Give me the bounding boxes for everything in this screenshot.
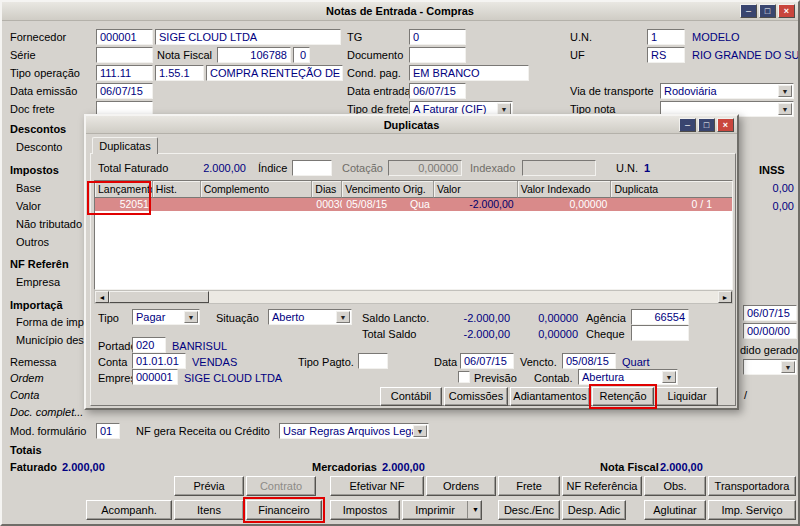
close-button[interactable]: ×: [778, 4, 795, 18]
nao-tributado-label: Não tributado: [16, 216, 82, 232]
nf-gera-combo[interactable]: Usar Regras Arquivos Legais ▼: [279, 423, 429, 439]
previa-button[interactable]: Prévia: [174, 476, 244, 496]
serie-field[interactable]: [96, 47, 153, 63]
agencia-field[interactable]: 66554: [631, 309, 689, 325]
portador-code-field[interactable]: 020: [132, 337, 166, 353]
itens-button[interactable]: Itens: [174, 500, 244, 520]
transportadora-button[interactable]: Transportadora: [708, 476, 796, 496]
dialog-title: Duplicatas: [384, 119, 440, 131]
scroll-left-arrow-icon[interactable]: ◄: [95, 291, 109, 303]
chevron-down-icon[interactable]: ▼: [781, 361, 795, 373]
tipo-operacao-code1-field[interactable]: 111.11: [96, 65, 153, 81]
totais-label: Totais: [10, 442, 42, 458]
tab-duplicatas[interactable]: Duplicatas: [92, 137, 158, 154]
imprimir-dropdown-arrow-icon[interactable]: ▼: [467, 501, 479, 519]
header-lancamento[interactable]: Lançamento: [95, 181, 153, 198]
right-combo[interactable]: ▼: [743, 359, 797, 375]
data-field[interactable]: 06/07/15: [460, 353, 514, 369]
mod-formulario-field[interactable]: 01: [96, 423, 120, 439]
contab-combo[interactable]: Abertura ▼: [578, 369, 678, 385]
financeiro-button[interactable]: Financeiro: [246, 500, 322, 520]
chevron-down-icon[interactable]: ▼: [184, 311, 198, 323]
imp-servico-button[interactable]: Imp. Serviço: [708, 500, 796, 520]
main-window-title: Notas de Entrada - Compras: [326, 5, 474, 17]
fornecedor-code-field[interactable]: 000001: [96, 29, 153, 45]
header-valor[interactable]: Valor: [434, 181, 518, 198]
table-row-selected[interactable]: 52051 00030 05/08/15 Qua -2.000,00 0,000…: [95, 198, 732, 211]
impostos-button[interactable]: Impostos: [330, 500, 400, 520]
acompanh-button[interactable]: Acompanh.: [86, 500, 172, 520]
tipo-operacao-desc-field[interactable]: COMPRA RENTEÇÃO DE PIS + COFI: [206, 65, 343, 81]
dialog-close-button[interactable]: ×: [717, 118, 734, 132]
chevron-down-icon[interactable]: ▼: [413, 425, 427, 437]
cheque-field[interactable]: [631, 325, 689, 341]
documento-field[interactable]: [409, 47, 466, 63]
header-vencimento-orig[interactable]: Vencimento Orig.: [342, 181, 434, 198]
dialog-maximize-button[interactable]: □: [698, 118, 715, 132]
header-complemento[interactable]: Complemento: [201, 181, 313, 198]
cell-complemento: [201, 198, 313, 211]
tipo-operacao-code2-field[interactable]: 1.55.1: [155, 65, 204, 81]
chevron-down-icon[interactable]: ▼: [778, 103, 792, 115]
header-hist[interactable]: Hist.: [153, 181, 201, 198]
fornecedor-name-field[interactable]: SIGE CLOUD LTDA: [155, 29, 341, 45]
dialog-titlebar[interactable]: Duplicatas: [86, 116, 737, 134]
imprimir-button[interactable]: Imprimir ▼: [402, 500, 482, 520]
aglutinar-button[interactable]: Aglutinar: [644, 500, 706, 520]
scroll-right-arrow-icon[interactable]: ►: [718, 291, 732, 303]
previsao-checkbox[interactable]: [458, 371, 470, 383]
indice-field[interactable]: [292, 160, 332, 176]
right-date-field-1[interactable]: 06/07/15: [743, 305, 797, 321]
uf-field[interactable]: RS: [647, 47, 685, 63]
nf-referencia-button[interactable]: NF Referência: [562, 476, 642, 496]
header-dias[interactable]: Dias: [312, 181, 342, 198]
via-transporte-combo[interactable]: Rodoviária ▼: [660, 83, 794, 99]
chevron-down-icon[interactable]: ▼: [336, 311, 350, 323]
frete-button[interactable]: Frete: [498, 476, 560, 496]
cond-pag-field[interactable]: EM BRANCO: [409, 65, 529, 81]
obs-button[interactable]: Obs.: [644, 476, 706, 496]
chevron-down-icon[interactable]: ▼: [662, 371, 676, 383]
adiantamentos-button[interactable]: Adiantamentos: [510, 387, 590, 406]
vencto-field[interactable]: 05/08/15: [562, 353, 616, 369]
data-entrada-field[interactable]: 06/07/15: [409, 83, 466, 99]
municipio-label: Município des: [16, 332, 84, 348]
tg-field[interactable]: 0: [409, 29, 466, 45]
fornecedor-label: Fornecedor: [10, 29, 66, 45]
cotacao-field: 0,00000: [388, 160, 462, 176]
desp-adic-button[interactable]: Desp. Adic: [562, 500, 626, 520]
header-duplicata[interactable]: Duplicata: [611, 181, 732, 198]
un-field[interactable]: 1: [647, 29, 685, 45]
situacao-value: Aberto: [272, 311, 304, 323]
dialog-minimize-button[interactable]: –: [679, 118, 696, 132]
efetivar-nf-button[interactable]: Efetivar NF: [330, 476, 424, 496]
tipo-combo[interactable]: Pagar ▼: [132, 309, 200, 325]
conta-code-field[interactable]: 01.01.01: [132, 353, 186, 369]
table-empty-row: [95, 224, 732, 237]
contabil-button[interactable]: Contábil: [380, 387, 442, 406]
comissoes-button[interactable]: Comissões: [444, 387, 508, 406]
empresa-code-field[interactable]: 000001: [132, 369, 178, 385]
outros-label: Outros: [16, 234, 49, 250]
nota-fiscal-extra-field[interactable]: 0: [293, 47, 310, 63]
main-titlebar[interactable]: Notas de Entrada - Compras: [2, 2, 798, 21]
ordens-button[interactable]: Ordens: [426, 476, 496, 496]
right-date-field-2[interactable]: 00/00/00: [743, 323, 797, 339]
chevron-down-icon[interactable]: ▼: [778, 85, 792, 97]
maximize-button[interactable]: □: [759, 4, 776, 18]
desc-enc-button[interactable]: Desc./Enc: [498, 500, 560, 520]
scrollbar-thumb[interactable]: [109, 291, 209, 303]
minimize-button[interactable]: –: [740, 4, 757, 18]
table-horizontal-scrollbar[interactable]: ◄ ►: [94, 290, 733, 304]
tipo-pagto-field[interactable]: [358, 353, 388, 369]
retencao-button[interactable]: Retenção: [592, 387, 654, 406]
tipo-operacao-label: Tipo operação: [10, 65, 80, 81]
data-emissao-field[interactable]: 06/07/15: [96, 83, 153, 99]
situacao-combo[interactable]: Aberto ▼: [268, 309, 352, 325]
tg-label: TG: [347, 29, 362, 45]
nota-fiscal-field[interactable]: 106788: [217, 47, 291, 63]
cotacao-label: Cotação: [342, 160, 383, 176]
liquidar-button[interactable]: Liquidar: [656, 387, 718, 406]
tipo-label: Tipo: [98, 310, 119, 326]
header-valor-indexado[interactable]: Valor Indexado: [518, 181, 612, 198]
